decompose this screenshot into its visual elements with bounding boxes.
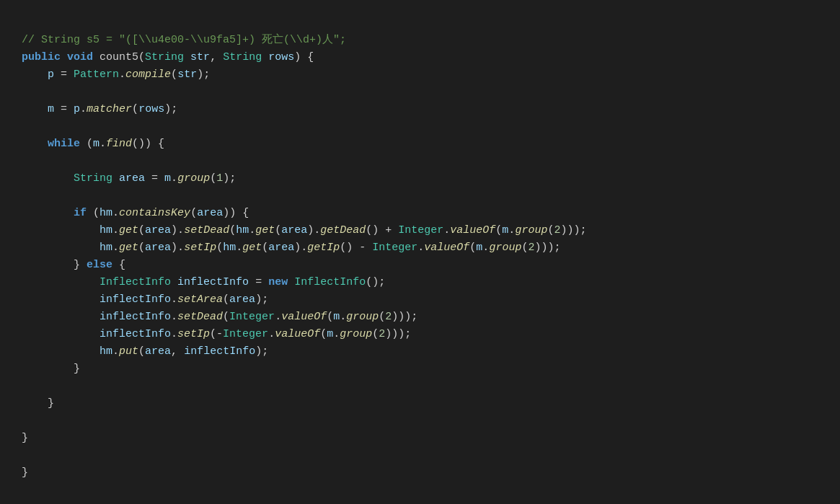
line-close-class: } <box>22 467 28 479</box>
line-set-ip: hm.get(area).setIp(hm.get(area).getIp() … <box>22 242 560 254</box>
line-hm-put: hm.put(area, inflectInfo); <box>22 345 268 358</box>
line-inflect-new: InflectInfo inflectInfo = new InflectInf… <box>22 276 385 288</box>
line-while: while (m.find()) { <box>22 138 164 150</box>
line-close-if: } <box>22 363 80 375</box>
line-inflect-set-area: inflectInfo.setArea(area); <box>22 293 268 306</box>
line-matcher: m = p.matcher(rows); <box>22 103 177 115</box>
code-editor: // String s5 = "([\\u4e00-\\u9fa5]+) 死亡(… <box>22 14 818 482</box>
line-if-contains: if (hm.containsKey(area)) { <box>22 207 249 219</box>
line-set-dead: hm.get(area).setDead(hm.get(area).getDea… <box>22 224 586 236</box>
line-method-sig: public void count5(String str, String ro… <box>22 51 314 63</box>
line-close-method: } <box>22 432 28 444</box>
comment-line: // String s5 = "([\\u4e00-\\u9fa5]+) 死亡(… <box>22 34 346 46</box>
line-inflect-set-dead: inflectInfo.setDead(Integer.valueOf(m.gr… <box>22 311 417 323</box>
line-inflect-set-ip: inflectInfo.setIp(-Integer.valueOf(m.gro… <box>22 328 411 340</box>
line-close-while: } <box>22 397 54 410</box>
line-string-area: String area = m.group(1); <box>22 172 236 185</box>
line-else: } else { <box>22 259 125 271</box>
line-pattern-compile: p = Pattern.compile(str); <box>22 68 210 81</box>
